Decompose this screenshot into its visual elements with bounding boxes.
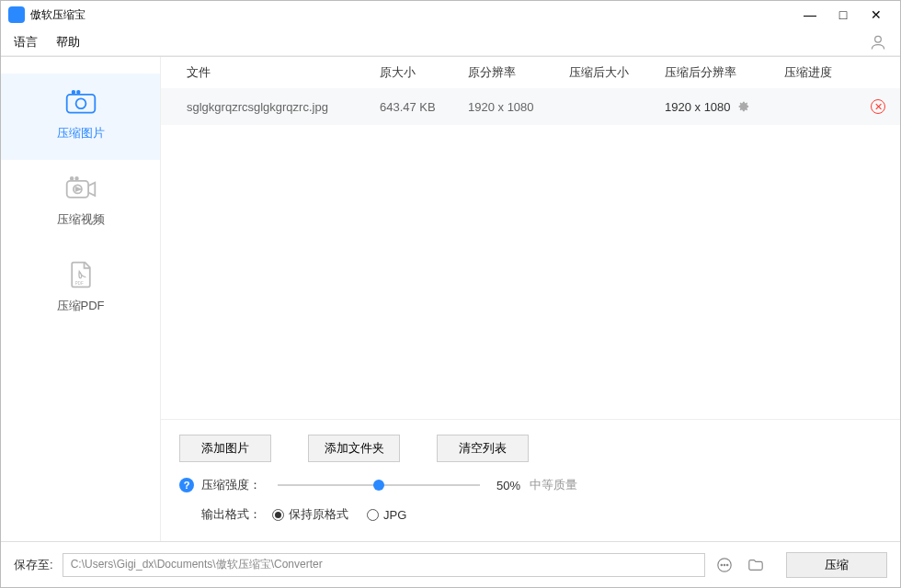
add-image-button[interactable]: 添加图片 (179, 435, 271, 462)
close-button[interactable]: ✕ (860, 1, 893, 28)
more-icon[interactable] (713, 553, 736, 577)
svg-point-2 (75, 98, 86, 108)
svg-point-8 (75, 177, 78, 180)
minimize-button[interactable]: — (793, 1, 827, 28)
svg-point-4 (76, 91, 79, 94)
th-progress: 压缩进度 (784, 64, 849, 81)
camera-icon (64, 88, 97, 116)
th-orig-size: 原大小 (380, 64, 468, 81)
compression-slider[interactable] (278, 484, 480, 486)
radio-keep-format[interactable]: 保持原格式 (272, 506, 348, 523)
output-format-label: 输出格式： (201, 506, 261, 523)
user-icon[interactable] (869, 33, 887, 51)
folder-icon[interactable] (744, 553, 768, 577)
slider-value: 50% (496, 479, 520, 492)
table-header: 文件 原大小 原分辨率 压缩后大小 压缩后分辨率 压缩进度 (161, 57, 900, 88)
sidebar-item-pdf[interactable]: PDF 压缩PDF (1, 246, 160, 333)
radio-jpg[interactable]: JPG (367, 508, 406, 522)
app-logo (8, 6, 25, 23)
clear-list-button[interactable]: 清空列表 (437, 435, 529, 462)
svg-point-3 (72, 91, 74, 94)
sidebar-item-video[interactable]: 压缩视频 (1, 160, 160, 246)
th-orig-res: 原分辨率 (468, 64, 569, 81)
delete-row-button[interactable]: ✕ (871, 99, 885, 114)
sidebar-label-image: 压缩图片 (57, 125, 105, 141)
svg-point-0 (875, 36, 882, 42)
file-drop-area[interactable] (161, 125, 900, 419)
save-to-label: 保存至: (14, 557, 53, 573)
maximize-button[interactable]: □ (827, 1, 860, 28)
pdf-icon: PDF (64, 261, 97, 288)
svg-point-13 (726, 564, 727, 565)
sidebar-label-video: 压缩视频 (57, 211, 105, 228)
video-icon (64, 175, 97, 202)
app-title: 傲软压缩宝 (30, 7, 86, 23)
save-path-input[interactable]: C:\Users\Gigi_dx\Documents\傲软压缩宝\Convert… (63, 553, 705, 577)
th-comp-size: 压缩后大小 (569, 64, 665, 81)
sidebar-item-image[interactable]: 压缩图片 (1, 74, 160, 160)
radio-icon (367, 509, 379, 521)
radio-icon (272, 509, 284, 521)
cell-orig-res: 1920 x 1080 (468, 100, 569, 114)
th-file: 文件 (187, 64, 380, 81)
help-icon[interactable]: ? (179, 478, 194, 492)
compress-button[interactable]: 压缩 (786, 552, 887, 578)
menu-help[interactable]: 帮助 (56, 34, 80, 51)
svg-rect-1 (66, 95, 95, 113)
svg-point-11 (721, 564, 722, 565)
gear-icon[interactable] (736, 99, 749, 115)
slider-thumb[interactable] (373, 480, 384, 491)
svg-point-12 (724, 564, 724, 565)
cell-orig-size: 643.47 KB (380, 100, 468, 114)
cell-comp-res[interactable]: 1920 x 1080 (665, 99, 784, 115)
menu-language[interactable]: 语言 (14, 34, 38, 51)
slider-quality: 中等质量 (530, 477, 577, 493)
th-comp-res: 压缩后分辨率 (665, 64, 784, 81)
svg-text:PDF: PDF (74, 281, 83, 286)
table-row[interactable]: sglgkgrqzrcsglgkgrqzrc.jpg 643.47 KB 192… (161, 88, 900, 125)
sidebar-label-pdf: 压缩PDF (57, 298, 105, 314)
slider-label: 压缩强度： (201, 477, 261, 493)
svg-point-7 (70, 177, 73, 180)
cell-file: sglgkgrqzrcsglgkgrqzrc.jpg (187, 100, 380, 114)
add-folder-button[interactable]: 添加文件夹 (308, 435, 400, 462)
